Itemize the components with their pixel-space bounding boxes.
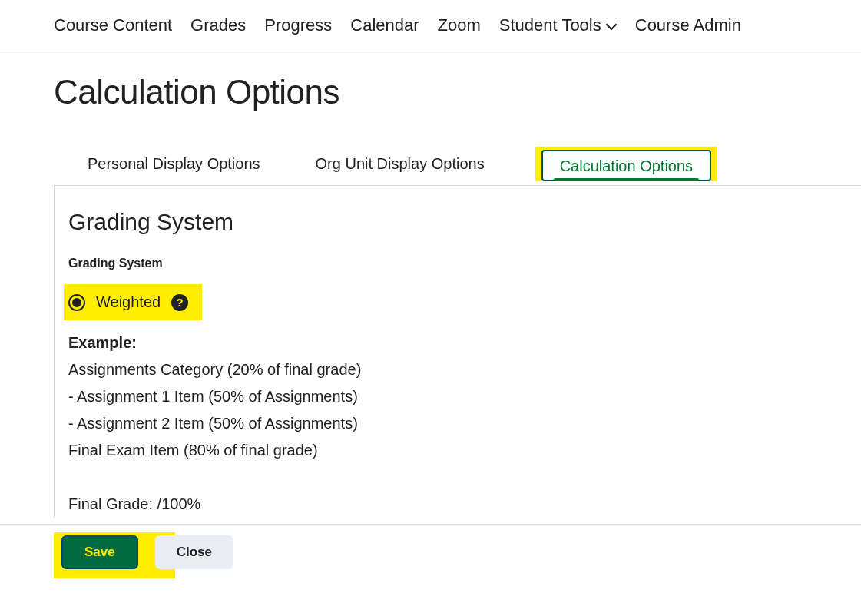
example-label: Example:: [68, 334, 137, 351]
tab-personal-display[interactable]: Personal Display Options: [83, 146, 265, 182]
nav-student-tools[interactable]: Student Tools: [499, 15, 617, 35]
highlight-weighted-option: Weighted ?: [64, 284, 202, 320]
grading-system-heading: Grading System: [68, 209, 861, 235]
example-line-4: Final Exam Item (80% of final grade): [68, 442, 318, 459]
content-panel: Grading System Grading System Weighted ?…: [54, 185, 861, 518]
example-line-1: Assignments Category (20% of final grade…: [68, 361, 361, 378]
top-nav: Course Content Grades Progress Calendar …: [0, 0, 861, 51]
page-title: Calculation Options: [0, 51, 861, 142]
button-row: Save Close: [54, 535, 861, 569]
nav-student-tools-label: Student Tools: [499, 15, 601, 35]
footer-bar: Save Close: [0, 524, 861, 583]
radio-weighted-label: Weighted: [96, 293, 161, 311]
radio-weighted[interactable]: [68, 294, 85, 311]
example-line-3: - Assignment 2 Item (50% of Assignments): [68, 415, 358, 432]
nav-grades[interactable]: Grades: [190, 15, 246, 35]
nav-calendar[interactable]: Calendar: [350, 15, 419, 35]
help-icon[interactable]: ?: [171, 294, 188, 311]
highlight-tab: Calculation Options: [535, 147, 717, 181]
nav-progress[interactable]: Progress: [264, 15, 332, 35]
example-line-2: - Assignment 1 Item (50% of Assignments): [68, 388, 358, 405]
save-button[interactable]: Save: [61, 535, 138, 569]
grading-system-label: Grading System: [68, 257, 861, 270]
example-block: Example: Assignments Category (20% of fi…: [68, 330, 606, 518]
tab-calculation-options[interactable]: Calculation Options: [541, 150, 711, 181]
nav-course-content[interactable]: Course Content: [54, 15, 172, 35]
chevron-down-icon: [606, 15, 617, 35]
nav-course-admin[interactable]: Course Admin: [635, 15, 741, 35]
nav-zoom[interactable]: Zoom: [438, 15, 481, 35]
close-button[interactable]: Close: [155, 535, 233, 569]
example-final-grade: Final Grade: /100%: [68, 495, 200, 512]
radio-selected-dot: [72, 298, 81, 307]
tab-bar: Personal Display Options Org Unit Displa…: [0, 142, 861, 185]
tab-org-unit-display[interactable]: Org Unit Display Options: [311, 146, 489, 182]
